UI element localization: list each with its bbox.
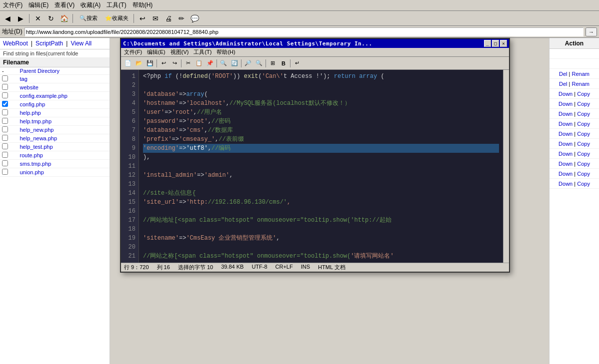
- editor-save-button[interactable]: 💾: [145, 58, 155, 68]
- editor-wrap-button[interactable]: ↵: [292, 58, 302, 68]
- editor-grid-button[interactable]: ⊞: [268, 58, 278, 68]
- code-area[interactable]: <?php if (!defined('ROOT')) exit('Can\'t…: [139, 70, 503, 263]
- action-link-down[interactable]: Down: [558, 101, 572, 107]
- discuss-button[interactable]: 💬: [189, 13, 200, 24]
- editor-cut-button[interactable]: ✂: [183, 58, 193, 68]
- back-button[interactable]: ◀: [2, 13, 13, 24]
- file-checkbox[interactable]: [2, 75, 8, 81]
- viewall-link[interactable]: View All: [70, 40, 92, 47]
- file-checkbox[interactable]: [2, 84, 8, 90]
- scriptpath-link[interactable]: ScriptPath: [36, 40, 63, 47]
- action-link-renam[interactable]: Renam: [572, 81, 590, 87]
- favorites-button[interactable]: ⭐ 收藏夹: [103, 13, 130, 24]
- menu-edit[interactable]: 编辑(E): [28, 1, 48, 9]
- history-button[interactable]: ↩: [137, 13, 148, 24]
- menu-favorites[interactable]: 收藏(A): [80, 1, 100, 9]
- action-link-down[interactable]: Down: [558, 171, 572, 177]
- action-link-down[interactable]: Down: [558, 141, 572, 147]
- editor-zoom-in-button[interactable]: 🔎: [243, 58, 253, 68]
- editor-zoom-out-button[interactable]: 🔍: [254, 58, 264, 68]
- action-link-copy[interactable]: Copy: [577, 151, 590, 157]
- forward-button[interactable]: ▶: [15, 13, 26, 24]
- action-link-del[interactable]: Del: [559, 71, 568, 77]
- action-link-copy[interactable]: Copy: [577, 131, 590, 137]
- action-link-down[interactable]: Down: [558, 111, 572, 117]
- line-number: 11: [124, 162, 136, 171]
- file-link[interactable]: tag: [20, 76, 27, 82]
- action-link-down[interactable]: Down: [558, 131, 572, 137]
- editor-open-button[interactable]: 📂: [134, 58, 144, 68]
- file-link[interactable]: website: [20, 84, 38, 90]
- menu-tools[interactable]: 工具(T): [106, 1, 126, 9]
- webroot-link[interactable]: WebRoot: [3, 40, 28, 47]
- editor-menu-view[interactable]: 视图(V): [170, 48, 189, 56]
- file-link[interactable]: config.php: [20, 101, 45, 107]
- file-link[interactable]: help_new.php: [20, 127, 54, 133]
- file-link[interactable]: sms.tmp.php: [20, 161, 51, 167]
- editor-menu-edit[interactable]: 编辑(E): [147, 48, 166, 56]
- action-link-renam[interactable]: Renam: [572, 71, 590, 77]
- editor-close-button[interactable]: ✕: [500, 40, 507, 47]
- line-number: 18: [124, 225, 136, 234]
- stop-button[interactable]: ✕: [32, 13, 44, 24]
- file-link[interactable]: help.php: [20, 110, 40, 116]
- editor-scrollbar[interactable]: [503, 70, 509, 263]
- file-link[interactable]: help_newa.php: [20, 135, 57, 141]
- edit-button[interactable]: ✏: [176, 13, 187, 24]
- file-link[interactable]: help_test.php: [20, 144, 52, 150]
- action-link-copy[interactable]: Copy: [577, 141, 590, 147]
- action-link-del[interactable]: Del: [559, 81, 568, 87]
- file-link[interactable]: route.php: [20, 152, 42, 158]
- action-link-copy[interactable]: Copy: [577, 121, 590, 127]
- menu-help[interactable]: 帮助(H): [132, 1, 153, 9]
- editor-menu-file[interactable]: 文件(F): [124, 48, 142, 56]
- editor-menu-help[interactable]: 帮助(H): [216, 48, 235, 56]
- editor-copy-button[interactable]: 📋: [194, 58, 204, 68]
- home-button[interactable]: 🏠: [58, 13, 70, 24]
- code-line: //网站地址[<span class="hotspot" onmouseover…: [143, 216, 499, 225]
- action-link-down[interactable]: Down: [558, 151, 572, 157]
- file-checkbox[interactable]: [2, 143, 8, 149]
- print-button[interactable]: 🖨: [163, 13, 174, 24]
- action-link-copy[interactable]: Copy: [577, 111, 590, 117]
- menu-file[interactable]: 文件(F): [3, 1, 22, 9]
- editor-menu-tools[interactable]: 工具(T): [194, 48, 212, 56]
- go-button[interactable]: →: [586, 27, 597, 36]
- action-link-copy[interactable]: Copy: [577, 171, 590, 177]
- file-checkbox[interactable]: [2, 101, 8, 107]
- action-link-down[interactable]: Down: [558, 121, 572, 127]
- file-checkbox[interactable]: [2, 152, 8, 158]
- action-link-down[interactable]: Down: [558, 161, 572, 167]
- action-link-copy[interactable]: Copy: [577, 181, 590, 187]
- address-input[interactable]: [24, 27, 584, 36]
- editor-maximize-button[interactable]: □: [492, 40, 499, 47]
- editor-replace-button[interactable]: 🔄: [230, 58, 240, 68]
- action-link-down[interactable]: Down: [558, 181, 572, 187]
- editor-paste-button[interactable]: 📌: [205, 58, 215, 68]
- search-button[interactable]: 🔍 搜索: [76, 13, 101, 24]
- editor-search-button[interactable]: 🔍: [218, 58, 228, 68]
- file-link[interactable]: union.php: [20, 169, 44, 175]
- action-link-copy[interactable]: Copy: [577, 101, 590, 107]
- action-link-copy[interactable]: Copy: [577, 161, 590, 167]
- action-link-down[interactable]: Down: [558, 91, 572, 97]
- file-checkbox[interactable]: [2, 92, 8, 98]
- editor-redo-button[interactable]: ↪: [170, 58, 180, 68]
- menu-view[interactable]: 查看(V): [54, 1, 74, 9]
- editor-minimize-button[interactable]: _: [484, 40, 491, 47]
- file-checkbox[interactable]: [2, 109, 8, 115]
- file-checkbox[interactable]: [2, 160, 8, 166]
- refresh-button[interactable]: ↻: [46, 13, 56, 24]
- action-link-copy[interactable]: Copy: [577, 91, 590, 97]
- file-checkbox[interactable]: [2, 118, 8, 124]
- editor-new-button[interactable]: 📄: [123, 58, 133, 68]
- file-checkbox[interactable]: [2, 135, 8, 141]
- editor-bold-button[interactable]: B: [278, 58, 288, 68]
- parent-dir-link[interactable]: Parent Directory: [20, 68, 59, 74]
- mail-button[interactable]: ✉: [150, 13, 161, 24]
- file-checkbox[interactable]: [2, 126, 8, 132]
- file-checkbox[interactable]: [2, 169, 8, 175]
- file-link[interactable]: config.example.php: [20, 93, 67, 99]
- editor-undo-button[interactable]: ↩: [158, 58, 168, 68]
- file-link[interactable]: help.tmp.php: [20, 118, 52, 124]
